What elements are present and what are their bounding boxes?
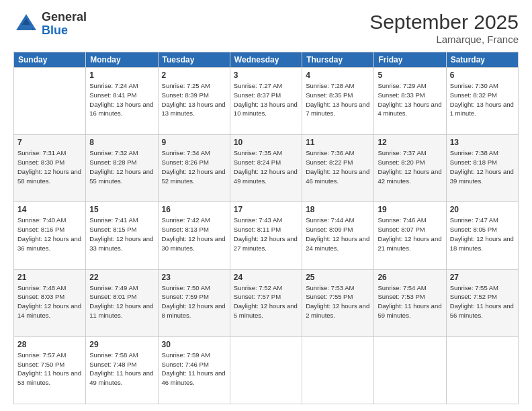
calendar-week-row: 21 Sunrise: 7:48 AMSunset: 8:03 PMDaylig… xyxy=(14,269,519,336)
logo-blue: Blue xyxy=(42,24,87,38)
cell-info: Sunrise: 7:52 AMSunset: 7:57 PMDaylight:… xyxy=(234,284,298,319)
cell-info: Sunrise: 7:59 AMSunset: 7:46 PMDaylight:… xyxy=(162,351,226,386)
table-row: 24 Sunrise: 7:52 AMSunset: 7:57 PMDaylig… xyxy=(230,269,302,336)
page: General Blue September 2025 Lamarque, Fr… xyxy=(0,0,532,411)
table-row: 6 Sunrise: 7:30 AMSunset: 8:32 PMDayligh… xyxy=(446,68,518,135)
table-row xyxy=(302,336,374,404)
table-row: 4 Sunrise: 7:28 AMSunset: 8:35 PMDayligh… xyxy=(302,68,374,135)
day-number: 26 xyxy=(378,273,442,282)
cell-info: Sunrise: 7:42 AMSunset: 8:13 PMDaylight:… xyxy=(162,216,226,251)
table-row: 15 Sunrise: 7:41 AMSunset: 8:15 PMDaylig… xyxy=(86,202,158,269)
col-friday: Friday xyxy=(374,52,446,68)
calendar-week-row: 7 Sunrise: 7:31 AMSunset: 8:30 PMDayligh… xyxy=(14,135,519,202)
cell-info: Sunrise: 7:48 AMSunset: 8:03 PMDaylight:… xyxy=(17,284,81,319)
day-number: 29 xyxy=(89,340,154,349)
day-number: 7 xyxy=(17,138,82,147)
cell-info: Sunrise: 7:34 AMSunset: 8:26 PMDaylight:… xyxy=(162,149,226,184)
day-number: 21 xyxy=(17,273,82,282)
day-number: 5 xyxy=(378,71,442,80)
table-row: 22 Sunrise: 7:49 AMSunset: 8:01 PMDaylig… xyxy=(86,269,158,336)
day-number: 24 xyxy=(234,273,298,282)
cell-info: Sunrise: 7:50 AMSunset: 7:59 PMDaylight:… xyxy=(162,284,226,319)
cell-info: Sunrise: 7:32 AMSunset: 8:28 PMDaylight:… xyxy=(89,149,153,184)
col-saturday: Saturday xyxy=(446,52,518,68)
calendar-week-row: 14 Sunrise: 7:40 AMSunset: 8:16 PMDaylig… xyxy=(14,202,519,269)
table-row: 8 Sunrise: 7:32 AMSunset: 8:28 PMDayligh… xyxy=(86,135,158,202)
cell-info: Sunrise: 7:40 AMSunset: 8:16 PMDaylight:… xyxy=(17,216,81,251)
cell-info: Sunrise: 7:49 AMSunset: 8:01 PMDaylight:… xyxy=(89,284,153,319)
cell-info: Sunrise: 7:46 AMSunset: 8:07 PMDaylight:… xyxy=(378,216,441,251)
logo: General Blue xyxy=(13,11,87,38)
logo-icon xyxy=(13,11,39,37)
logo-text: General Blue xyxy=(42,11,87,38)
table-row: 9 Sunrise: 7:34 AMSunset: 8:26 PMDayligh… xyxy=(158,135,230,202)
day-number: 9 xyxy=(162,138,226,147)
day-number: 13 xyxy=(450,138,515,147)
table-row: 14 Sunrise: 7:40 AMSunset: 8:16 PMDaylig… xyxy=(14,202,86,269)
day-number: 12 xyxy=(378,138,442,147)
day-number: 28 xyxy=(17,340,82,349)
table-row xyxy=(446,336,518,404)
header: General Blue September 2025 Lamarque, Fr… xyxy=(13,11,519,45)
table-row: 12 Sunrise: 7:37 AMSunset: 8:20 PMDaylig… xyxy=(374,135,446,202)
calendar-table: Sunday Monday Tuesday Wednesday Thursday… xyxy=(13,52,519,404)
cell-info: Sunrise: 7:29 AMSunset: 8:33 PMDaylight:… xyxy=(378,82,441,117)
cell-info: Sunrise: 7:57 AMSunset: 7:50 PMDaylight:… xyxy=(17,351,81,386)
cell-info: Sunrise: 7:53 AMSunset: 7:55 PMDaylight:… xyxy=(306,284,369,319)
day-number: 18 xyxy=(306,205,370,214)
cell-info: Sunrise: 7:30 AMSunset: 8:32 PMDaylight:… xyxy=(450,82,514,117)
cell-info: Sunrise: 7:54 AMSunset: 7:53 PMDaylight:… xyxy=(378,284,441,319)
cell-info: Sunrise: 7:35 AMSunset: 8:24 PMDaylight:… xyxy=(234,149,298,184)
table-row: 27 Sunrise: 7:55 AMSunset: 7:52 PMDaylig… xyxy=(446,269,518,336)
cell-info: Sunrise: 7:24 AMSunset: 8:41 PMDaylight:… xyxy=(89,82,153,117)
table-row xyxy=(230,336,302,404)
calendar-header-row: Sunday Monday Tuesday Wednesday Thursday… xyxy=(14,52,519,68)
cell-info: Sunrise: 7:38 AMSunset: 8:18 PMDaylight:… xyxy=(450,149,514,184)
day-number: 4 xyxy=(306,71,370,80)
day-number: 25 xyxy=(306,273,370,282)
table-row: 26 Sunrise: 7:54 AMSunset: 7:53 PMDaylig… xyxy=(374,269,446,336)
title-block: September 2025 Lamarque, France xyxy=(369,11,519,45)
table-row: 13 Sunrise: 7:38 AMSunset: 8:18 PMDaylig… xyxy=(446,135,518,202)
table-row: 11 Sunrise: 7:36 AMSunset: 8:22 PMDaylig… xyxy=(302,135,374,202)
table-row: 28 Sunrise: 7:57 AMSunset: 7:50 PMDaylig… xyxy=(14,336,86,404)
table-row: 10 Sunrise: 7:35 AMSunset: 8:24 PMDaylig… xyxy=(230,135,302,202)
table-row: 21 Sunrise: 7:48 AMSunset: 8:03 PMDaylig… xyxy=(14,269,86,336)
cell-info: Sunrise: 7:55 AMSunset: 7:52 PMDaylight:… xyxy=(450,284,514,319)
day-number: 3 xyxy=(234,71,298,80)
table-row: 5 Sunrise: 7:29 AMSunset: 8:33 PMDayligh… xyxy=(374,68,446,135)
day-number: 17 xyxy=(234,205,298,214)
calendar-week-row: 1 Sunrise: 7:24 AMSunset: 8:41 PMDayligh… xyxy=(14,68,519,135)
cell-info: Sunrise: 7:43 AMSunset: 8:11 PMDaylight:… xyxy=(234,216,298,251)
day-number: 14 xyxy=(17,205,82,214)
subtitle: Lamarque, France xyxy=(369,34,519,45)
logo-general: General xyxy=(42,11,87,24)
cell-info: Sunrise: 7:47 AMSunset: 8:05 PMDaylight:… xyxy=(450,216,514,251)
col-wednesday: Wednesday xyxy=(230,52,302,68)
table-row: 16 Sunrise: 7:42 AMSunset: 8:13 PMDaylig… xyxy=(158,202,230,269)
table-row: 23 Sunrise: 7:50 AMSunset: 7:59 PMDaylig… xyxy=(158,269,230,336)
table-row: 25 Sunrise: 7:53 AMSunset: 7:55 PMDaylig… xyxy=(302,269,374,336)
table-row: 29 Sunrise: 7:58 AMSunset: 7:48 PMDaylig… xyxy=(86,336,158,404)
cell-info: Sunrise: 7:25 AMSunset: 8:39 PMDaylight:… xyxy=(162,82,226,117)
day-number: 6 xyxy=(450,71,515,80)
col-tuesday: Tuesday xyxy=(158,52,230,68)
day-number: 30 xyxy=(162,340,226,349)
day-number: 23 xyxy=(162,273,226,282)
day-number: 2 xyxy=(162,71,226,80)
cell-info: Sunrise: 7:37 AMSunset: 8:20 PMDaylight:… xyxy=(378,149,441,184)
cell-info: Sunrise: 7:27 AMSunset: 8:37 PMDaylight:… xyxy=(234,82,298,117)
cell-info: Sunrise: 7:58 AMSunset: 7:48 PMDaylight:… xyxy=(89,351,153,386)
table-row: 19 Sunrise: 7:46 AMSunset: 8:07 PMDaylig… xyxy=(374,202,446,269)
col-thursday: Thursday xyxy=(302,52,374,68)
day-number: 19 xyxy=(378,205,442,214)
cell-info: Sunrise: 7:44 AMSunset: 8:09 PMDaylight:… xyxy=(306,216,369,251)
table-row: 1 Sunrise: 7:24 AMSunset: 8:41 PMDayligh… xyxy=(86,68,158,135)
table-row xyxy=(14,68,86,135)
day-number: 22 xyxy=(89,273,154,282)
calendar-week-row: 28 Sunrise: 7:57 AMSunset: 7:50 PMDaylig… xyxy=(14,336,519,404)
day-number: 16 xyxy=(162,205,226,214)
cell-info: Sunrise: 7:31 AMSunset: 8:30 PMDaylight:… xyxy=(17,149,81,184)
day-number: 11 xyxy=(306,138,370,147)
cell-info: Sunrise: 7:41 AMSunset: 8:15 PMDaylight:… xyxy=(89,216,153,251)
